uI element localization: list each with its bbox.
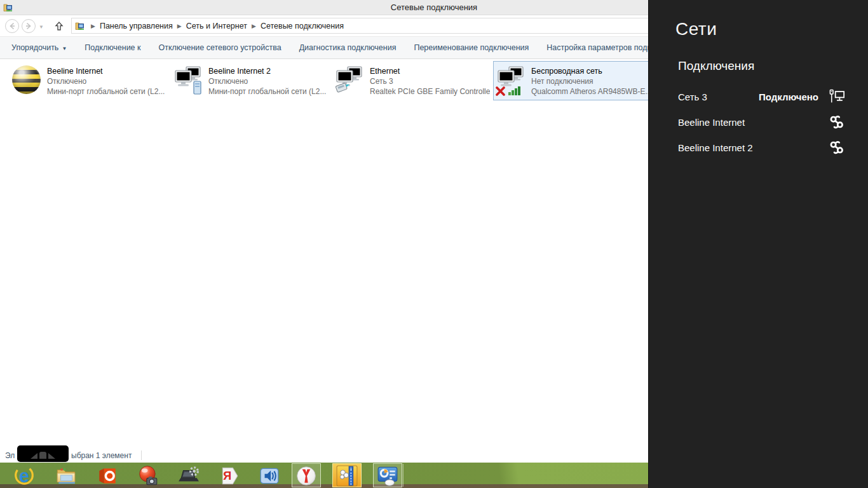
connection-status: Сеть 3 [370,76,490,86]
charm-row-beeline-internet-2[interactable]: Beeline Internet 2 [649,135,868,160]
connection-status: Отключено [47,76,165,86]
screen: Сетевые подключения ▼ ▶ Панел [0,0,868,488]
rename-connection-button[interactable]: Переименование подключения [414,43,529,52]
ethernet-icon [829,88,845,105]
connection-item-ethernet[interactable]: .b1 .scr1{fill:url(#scrBlue)}.b1 .scr2{f… [332,61,493,100]
connection-status: Отключено [208,76,326,86]
device-manager-icon[interactable] [178,465,200,487]
svg-text:Я: Я [223,470,231,482]
breadcrumb-control-panel[interactable]: Панель управления [100,22,173,30]
connection-device: Realtek PCIe GBE Family Controller [370,86,490,97]
network-tool-icon [377,465,398,487]
status-items-fragment: Эл [5,451,15,460]
forward-button[interactable] [22,19,36,33]
charm-network-name: Beeline Internet 2 [678,142,818,153]
connection-item-beeline-internet-2[interactable]: .g1 .scr1{fill:url(#scrGray)}.g1 .scr2{f… [170,61,332,100]
winzip-taskbar-button-active[interactable] [332,463,362,487]
charm-connection-list: Сеть 3 Подключено Beeline Internet [649,84,868,160]
yandex-browser-taskbar-button[interactable] [292,463,321,487]
diagnose-button[interactable]: Диагностика подключения [299,43,397,52]
taskbar-separator [403,464,403,487]
networks-charm-panel: Сети Подключения Сеть 3 Подключено Beeli… [648,0,868,488]
breadcrumb-separator-icon[interactable]: ▶ [173,23,186,29]
connection-status: Нет подключения [531,76,651,86]
connection-name: Ethernet [370,66,490,76]
forward-arrow-icon [25,22,32,30]
charm-row-beeline-internet[interactable]: Beeline Internet [649,109,868,135]
volume-icon[interactable] [259,465,280,487]
connection-name: Беспроводная сеть [531,66,651,76]
office-icon[interactable] [97,465,118,487]
disable-device-button[interactable]: Отключение сетевого устройства [159,43,281,52]
back-button[interactable] [5,19,19,33]
beeline-icon [11,65,42,97]
up-button[interactable] [53,20,65,32]
connect-to-button[interactable]: Подключение к [85,43,140,52]
dialup-icon [829,139,845,156]
connection-device: Qualcomm Atheros AR9485WB-E... [531,86,651,97]
breadcrumb-separator-icon[interactable]: ▶ [247,23,261,29]
charm-row-network-3[interactable]: Сеть 3 Подключено [649,84,868,109]
overlay-left-shape [31,453,37,459]
yandex-browser-icon [295,465,317,487]
breadcrumb-separator-icon: ▶ [86,23,100,29]
status-separator [141,451,142,460]
screen-overlay-badge [17,445,69,462]
organize-button[interactable]: Упорядочить▼ [11,43,67,52]
charm-section-heading: Подключения [678,59,754,73]
connection-item-wireless[interactable]: .b2 .scr1{fill:url(#scrBlue)}.b2 .scr2{f… [493,61,654,100]
svg-text:e: e [19,466,29,486]
network-tool-taskbar-button[interactable] [373,463,402,487]
internet-explorer-icon[interactable]: e [13,465,35,487]
winzip-icon [336,465,358,487]
wireless-disconnected-icon: .b2 .scr1{fill:url(#scrBlue)}.b2 .scr2{f… [496,65,526,97]
connection-name: Beeline Internet [47,66,165,76]
charm-network-status: Подключено [759,92,818,102]
back-arrow-icon [8,22,16,30]
recent-pages-chevron[interactable]: ▼ [39,24,44,30]
status-selected-fragment: ыбран 1 элемент [71,451,132,460]
overlay-right-shape [48,453,55,459]
file-explorer-icon[interactable] [55,465,77,487]
dialup-icon [829,114,845,130]
connection-item-beeline-internet[interactable]: Beeline Internet Отключено Мини-порт гло… [9,61,170,100]
connection-name: Beeline Internet 2 [208,66,326,76]
yandex-icon[interactable]: Я [219,465,240,487]
charm-title: Сети [675,19,717,39]
chevron-down-icon: ▼ [62,46,67,51]
overlay-center-shape [39,452,46,459]
computers-gray-icon: .g1 .scr1{fill:url(#scrGray)}.g1 .scr2{f… [173,65,203,97]
breadcrumb-network-internet[interactable]: Сеть и Интернет [186,22,247,30]
address-location-icon [75,21,85,31]
connection-device: Мини-порт глобальной сети (L2... [47,86,165,97]
breadcrumb-network-connections[interactable]: Сетевые подключения [261,22,344,30]
screenshot-tool-icon[interactable] [137,465,159,487]
ethernet-plug-icon: .b1 .scr1{fill:url(#scrBlue)}.b1 .scr2{f… [334,65,365,97]
charm-network-name: Сеть 3 [678,92,759,102]
charm-network-name: Beeline Internet [678,117,818,128]
connection-device: Мини-порт глобальной сети (L2... [208,86,326,97]
